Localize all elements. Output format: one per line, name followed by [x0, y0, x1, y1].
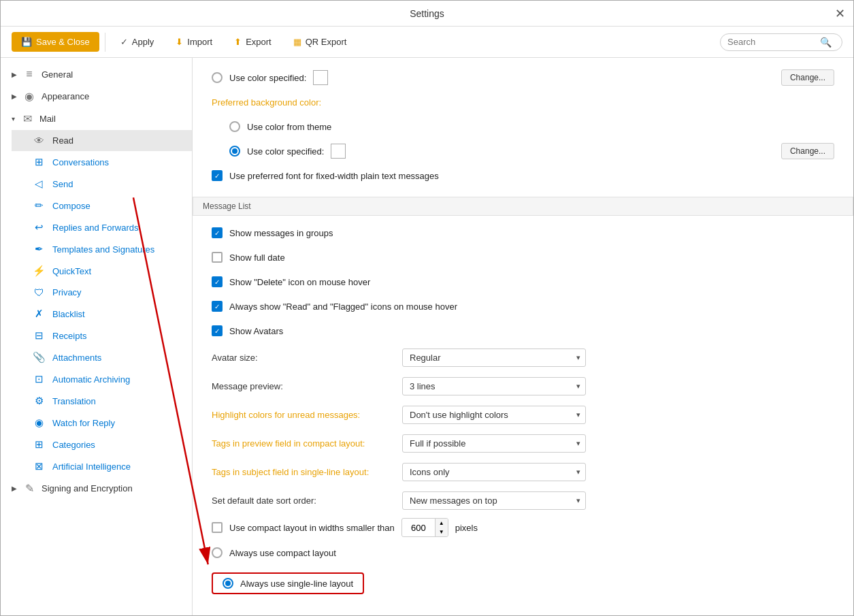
use-color-specified-row-bottom: Use color specified: Change... — [229, 142, 834, 160]
highlight-colors-dropdown[interactable]: Don't use highlight colors — [402, 406, 586, 424]
sidebar-group-signing[interactable]: ▶ ✎ Signing and Encryption — [1, 477, 192, 500]
change-button-1[interactable]: Change... — [781, 69, 834, 86]
single-line-highlight-box: Always use single-line layout — [212, 572, 364, 594]
radio-use-color-specified-bottom[interactable] — [229, 146, 240, 157]
message-preview-row: Message preview: 3 lines — [212, 375, 834, 397]
window-title: Settings — [410, 8, 444, 19]
change-button-2[interactable]: Change... — [781, 143, 834, 159]
checkbox-show-avatars[interactable]: ✓ — [212, 325, 223, 336]
compact-layout-row: Use compact layout in widths smaller tha… — [212, 518, 834, 537]
sidebar-group-appearance[interactable]: ▶ ◉ Appearance — [1, 85, 192, 108]
sidebar-item-privacy[interactable]: 🛡 Privacy — [12, 282, 192, 303]
sidebar-templates-label: Templates and Signatures — [52, 244, 154, 255]
radio-color-from-theme[interactable] — [229, 121, 240, 132]
always-single-line-label: Always use single-line layout — [240, 579, 353, 589]
color-swatch-top[interactable] — [313, 70, 328, 85]
checkbox-compact-layout[interactable] — [212, 522, 223, 533]
sidebar-mail-subitems: 👁 Read ⊞ Conversations ◁ Send ✏ Compose … — [1, 130, 192, 477]
check-mark: ✓ — [214, 172, 220, 180]
sidebar-item-send[interactable]: ◁ Send — [12, 173, 192, 195]
sidebar-item-conversations[interactable]: ⊞ Conversations — [12, 151, 192, 173]
sidebar-quicktext-label: QuickText — [52, 266, 91, 276]
import-label: Import — [187, 37, 212, 47]
always-compact-label: Always use compact layout — [229, 548, 336, 558]
sidebar-item-categories[interactable]: ⊞ Categories — [12, 434, 192, 455]
sidebar-item-replies[interactable]: ↩ Replies and Forwards — [12, 216, 192, 238]
apply-label: Apply — [132, 37, 154, 47]
checkbox-preferred-font[interactable]: ✓ — [212, 170, 223, 181]
radio-use-color-specified-top[interactable] — [212, 72, 223, 83]
toolbar: 💾 Save & Close ✓ Apply ⬇ Import ⬆ Export… — [1, 27, 853, 58]
toolbar-separator — [105, 33, 105, 52]
sidebar-item-watchreply[interactable]: ◉ Watch for Reply — [12, 412, 192, 434]
sidebar-group-mail[interactable]: ▾ ✉ Mail — [1, 108, 192, 130]
always-show-icons-label: Always show "Read" and "Flagged" icons o… — [229, 302, 457, 312]
sidebar-item-quicktext[interactable]: ⚡ QuickText — [12, 260, 192, 282]
sidebar-item-blacklist[interactable]: ✗ Blacklist — [12, 303, 192, 325]
tags-preview-row: Tags in preview field in compact layout:… — [212, 432, 834, 454]
radio-dot-2 — [225, 581, 231, 586]
sidebar-item-read[interactable]: 👁 Read — [12, 130, 192, 151]
sidebar-item-archiving[interactable]: ⊡ Automatic Archiving — [12, 368, 192, 390]
main-layout: ▶ ≡ General ▶ ◉ Appearance ▾ ✉ Mail 👁 Re — [1, 58, 853, 615]
sidebar: ▶ ≡ General ▶ ◉ Appearance ▾ ✉ Mail 👁 Re — [1, 58, 193, 615]
search-input[interactable] — [727, 37, 816, 47]
sidebar-compose-label: Compose — [52, 201, 91, 211]
read-icon: 👁 — [32, 135, 46, 146]
translation-icon: ⚙ — [32, 395, 46, 407]
export-button[interactable]: ⬆ Export — [225, 33, 281, 51]
pixels-input[interactable]: 600 — [402, 520, 435, 536]
use-color-specified-row-top: Use color specified: Change... — [212, 69, 834, 86]
date-sort-dropdown[interactable]: New messages on top — [402, 491, 586, 510]
message-list-label: Message List — [203, 201, 251, 211]
message-list-header: Message List — [193, 197, 853, 216]
avatar-size-dropdown[interactable]: Regular — [402, 348, 586, 367]
archiving-icon: ⊡ — [32, 373, 46, 385]
qr-export-button[interactable]: ▦ QR Export — [284, 33, 357, 51]
show-full-date-row: Show full date — [212, 248, 834, 266]
checkbox-show-full-date[interactable] — [212, 252, 223, 263]
sidebar-item-receipts[interactable]: ⊟ Receipts — [12, 325, 192, 346]
highlight-colors-label: Highlight colors for unread messages: — [212, 410, 395, 420]
check-icon: ✓ — [120, 37, 128, 47]
sidebar-conversations-label: Conversations — [52, 157, 109, 167]
spinner-up-button[interactable]: ▲ — [436, 519, 448, 528]
avatar-size-label: Avatar size: — [212, 353, 395, 363]
privacy-icon: 🛡 — [32, 287, 46, 298]
sidebar-group-general[interactable]: ▶ ≡ General — [1, 63, 192, 85]
preferred-bg-row: Preferred background color: — [212, 93, 834, 111]
date-sort-dropdown-wrap: New messages on top — [402, 491, 586, 510]
radio-always-single-line[interactable] — [223, 578, 233, 589]
message-preview-dropdown[interactable]: 3 lines — [402, 377, 586, 395]
chevron-right-icon-2: ▶ — [12, 93, 17, 100]
ai-icon: ⊠ — [32, 460, 46, 472]
spinner-down-button[interactable]: ▼ — [436, 528, 448, 536]
sidebar-mail-label: Mail — [39, 114, 56, 124]
sidebar-item-templates[interactable]: ✒ Templates and Signatures — [12, 238, 192, 260]
close-button[interactable]: ✕ — [835, 7, 845, 20]
show-avatars-row: ✓ Show Avatars — [212, 322, 834, 340]
use-color-specified-top-label: Use color specified: — [229, 73, 306, 83]
titlebar: Settings ✕ — [1, 1, 853, 27]
sidebar-item-attachments[interactable]: 📎 Attachments — [12, 346, 192, 368]
use-color-specified-bottom-label: Use color specified: — [247, 146, 324, 157]
sidebar-item-ai[interactable]: ⊠ Artificial Intelligence — [12, 455, 192, 477]
sidebar-item-compose[interactable]: ✏ Compose — [12, 195, 192, 216]
sidebar-general-label: General — [42, 69, 73, 80]
pixels-spinner: 600 ▲ ▼ — [401, 518, 448, 537]
save-close-button[interactable]: 💾 Save & Close — [12, 32, 99, 52]
import-button[interactable]: ⬇ Import — [166, 33, 222, 51]
checkbox-always-show-icons[interactable]: ✓ — [212, 301, 223, 312]
sidebar-item-translation[interactable]: ⚙ Translation — [12, 390, 192, 412]
tags-preview-dropdown[interactable]: Full if possible — [402, 434, 586, 453]
checkbox-show-groups[interactable]: ✓ — [212, 227, 223, 238]
checkbox-show-delete[interactable]: ✓ — [212, 276, 223, 287]
general-icon: ≡ — [22, 68, 36, 80]
color-swatch-bottom[interactable] — [331, 144, 346, 159]
pixels-label: pixels — [455, 523, 478, 533]
radio-always-compact[interactable] — [212, 547, 223, 558]
color-from-theme-label: Use color from theme — [247, 122, 331, 132]
tags-subject-dropdown[interactable]: Icons only — [402, 463, 586, 481]
apply-button[interactable]: ✓ Apply — [111, 33, 164, 51]
chevron-right-icon-3: ▶ — [12, 485, 17, 492]
